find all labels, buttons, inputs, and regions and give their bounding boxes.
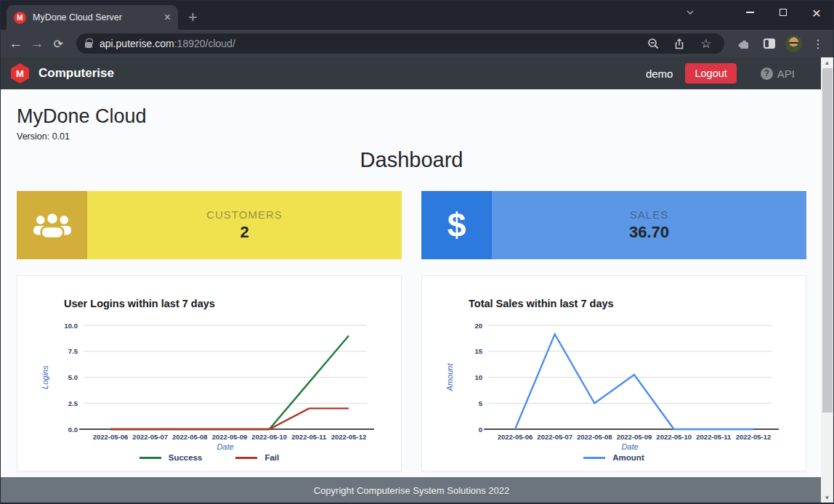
logins-chart-card: User Logins within last 7 days 10.07.55.… [17,275,402,471]
sales-value: 36.70 [629,223,669,242]
svg-text:2022-05-10: 2022-05-10 [251,433,287,441]
sales-line-chart: 201510502022-05-062022-05-072022-05-0820… [443,315,785,453]
username-label: demo [646,68,673,80]
reload-icon[interactable]: ⟳ [49,33,68,54]
svg-text:2.5: 2.5 [68,399,78,407]
site-title: MyDone Cloud [17,105,822,128]
api-help-link[interactable]: ? API [761,68,795,80]
svg-text:2022-05-09: 2022-05-09 [212,433,248,441]
url-text: api.puterise.com:18920/cloud/ [100,38,637,49]
logout-button[interactable]: Logout [685,63,736,84]
tab-search-chevron-icon[interactable] [673,1,707,24]
legend-swatch [235,457,257,459]
sales-label: SALES [630,208,668,221]
page-heading: Dashboard [1,148,822,172]
svg-text:2022-05-09: 2022-05-09 [617,433,652,441]
tab-close-icon[interactable]: × [164,12,171,23]
svg-text:2022-05-08: 2022-05-08 [172,433,208,441]
svg-text:15: 15 [474,347,482,355]
users-group-icon [33,210,72,240]
address-bar[interactable]: api.puterise.com:18920/cloud/ ☆ [76,33,724,54]
svg-text:2022-05-12: 2022-05-12 [331,433,367,441]
maximize-icon [780,9,787,16]
svg-text:2022-05-06: 2022-05-06 [93,433,129,441]
browser-window: M MyDone Cloud Server × + × ← → ⟳ api.pu… [0,0,834,504]
svg-text:Logins: Logins [41,365,49,389]
page-content: M Computerise demo Logout ? API MyDone C… [1,57,822,503]
logins-chart-title: User Logins within last 7 days [64,298,401,309]
charts-row: User Logins within last 7 days 10.07.55.… [17,275,806,471]
legend-swatch [139,457,161,459]
maximize-button[interactable] [766,1,800,24]
extensions-puzzle-icon[interactable] [734,34,753,53]
svg-text:Date: Date [216,442,233,451]
profile-avatar[interactable] [785,36,802,52]
api-label: API [777,68,795,80]
sales-card-body: SALES 36.70 [492,191,806,259]
svg-text:Date: Date [621,442,638,451]
customers-label: CUSTOMERS [206,208,283,221]
help-question-icon: ? [761,68,773,80]
legend-item: Fail [235,453,279,462]
legend-label: Fail [264,453,279,462]
browser-toolbar: ← → ⟳ api.puterise.com:18920/cloud/ ☆ ⋮ [1,30,833,57]
copyright-text: Copyright Computerise System Solutions 2… [314,485,510,496]
bookmark-star-icon[interactable]: ☆ [697,34,716,53]
customers-icon-box [17,191,87,259]
toolbar-right: ⋮ [734,34,827,53]
legend-swatch [583,457,605,459]
svg-text:7.5: 7.5 [68,347,78,355]
side-panel-icon[interactable] [760,34,779,53]
logins-chart-legend: SuccessFail [17,453,401,462]
forward-icon[interactable]: → [28,33,46,54]
dollar-icon: $ [448,206,466,245]
zoom-out-icon[interactable] [644,34,663,53]
app-navbar: M Computerise demo Logout ? API [1,57,822,89]
legend-item: Success [139,453,203,462]
lock-icon[interactable] [85,42,92,48]
minimize-icon [746,12,754,13]
sales-chart-card: Total Sales within last 7 days 201510502… [421,275,806,471]
svg-text:10: 10 [474,373,482,381]
brand-name[interactable]: Computerise [39,66,114,81]
customers-value: 2 [240,223,248,242]
scrollbar-thumb[interactable] [822,68,833,412]
svg-text:2022-05-08: 2022-05-08 [577,433,612,441]
svg-text:20: 20 [474,322,482,330]
sales-card: $ SALES 36.70 [421,191,806,259]
svg-text:2022-05-07: 2022-05-07 [132,433,168,441]
browser-menu-kebab-icon[interactable]: ⋮ [809,34,827,53]
logins-line-chart: 10.07.55.02.50.02022-05-062022-05-072022… [39,315,380,453]
close-window-button[interactable]: × [800,1,833,24]
back-icon[interactable]: ← [7,33,25,54]
svg-text:2022-05-10: 2022-05-10 [656,433,692,441]
browser-tab[interactable]: M MyDone Cloud Server × [7,5,178,30]
site-favicon-icon: M [14,12,26,24]
page-viewport: M Computerise demo Logout ? API MyDone C… [1,57,833,503]
sales-chart-title: Total Sales within last 7 days [469,298,806,309]
scroll-up-icon[interactable]: ▲ [821,60,833,66]
customers-card-body: CUSTOMERS 2 [87,191,402,259]
customers-card: CUSTOMERS 2 [17,191,402,259]
svg-text:5: 5 [479,399,483,407]
brand-logo-icon: M [11,63,29,84]
svg-text:2022-05-11: 2022-05-11 [291,433,327,441]
page-footer: Copyright Computerise System Solutions 2… [1,477,822,503]
sales-icon-box: $ [421,191,492,259]
new-tab-button[interactable]: + [188,9,198,25]
tab-title: MyDone Cloud Server [33,12,158,23]
navbar-right: demo Logout ? API [646,63,795,84]
share-icon[interactable] [671,34,689,53]
stat-cards-row: CUSTOMERS 2 $ SALES 36.70 [17,191,806,259]
minimize-button[interactable] [733,1,766,24]
legend-label: Amount [612,453,644,462]
sales-chart-legend: Amount [422,453,806,462]
svg-text:2022-05-06: 2022-05-06 [498,433,533,441]
page-scrollbar: ▲ ▼ [821,57,833,503]
window-controls: × [673,1,833,24]
legend-label: Success [169,453,203,462]
scroll-down-icon[interactable]: ▼ [821,495,833,501]
svg-text:0.0: 0.0 [68,426,78,434]
tab-strip: M MyDone Cloud Server × + × [1,1,833,30]
svg-text:2022-05-07: 2022-05-07 [537,433,572,441]
